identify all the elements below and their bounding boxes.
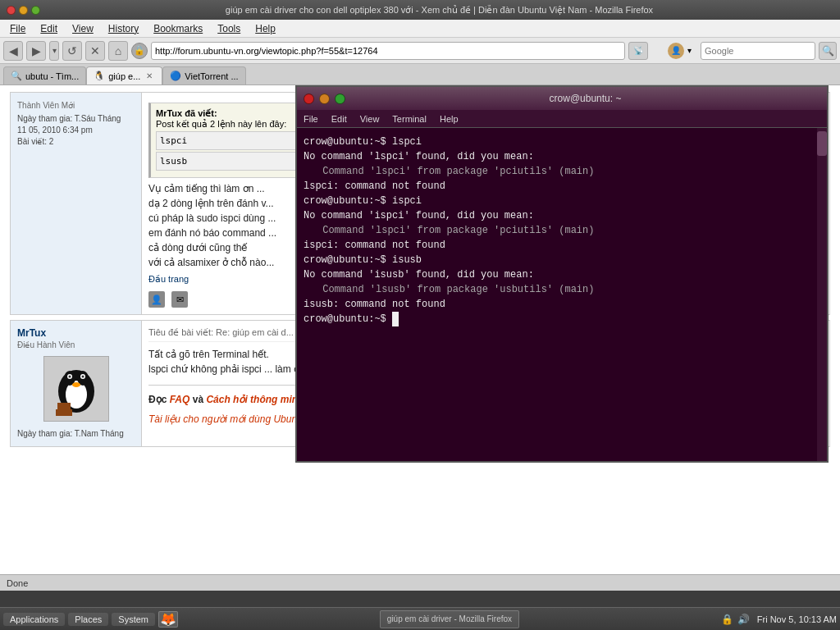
term-menu-view[interactable]: View [360,114,380,124]
doc-link[interactable]: Tài liệu cho người mới dùng Ubuntu [148,413,305,425]
url-bar[interactable] [151,42,625,60]
profile-icon[interactable]: 👤 [668,43,684,59]
author-meta: Ngày tham gia: T.Sáu Tháng 11 05, 2010 6… [17,113,135,148]
faq-and: và [193,394,207,405]
status-bar: Done [0,574,840,591]
author-role: Điều Hành Viên [17,340,135,349]
tab-3[interactable]: 🔵 VietTorrent ... [162,66,245,84]
term-line-12: isusb: command not found [304,297,810,312]
tab-label: VietTorrent ... [185,71,238,81]
post-author-2: MrTux Điều Hành Viên [11,321,142,446]
terminal-window: crow@ubuntu: ~ File Edit View Terminal H… [295,85,829,463]
menu-view[interactable]: View [66,21,100,36]
network-icon[interactable]: 🔒 [721,613,734,626]
window-item-label: giúp em cài driver - Mozilla Firefox [387,614,512,623]
post-author-1: Thành Viên Mới Ngày tham gia: T.Sáu Thán… [11,93,142,314]
term-line-6: No command 'ispci' found, did you mean: [304,208,810,223]
close-button[interactable] [7,6,16,15]
home-button[interactable]: ⌂ [108,41,128,61]
tab-label: giúp e... [108,71,140,81]
forward-dropdown[interactable]: ▾ [49,41,59,61]
author-name: MrTux [17,327,135,339]
avatar-image [48,360,105,418]
tab-label: ubutu - Tìm... [25,71,79,81]
menu-help[interactable]: Help [249,21,282,36]
term-menu-file[interactable]: File [304,114,318,124]
term-line-7: Command 'lspci' from package 'pciutils' … [317,223,810,238]
term-line-5: crow@ubuntu:~$ ispci [304,194,810,208]
window-title: giúp em cài driver cho con dell optiplex… [45,5,833,16]
author-join: Ngày tham gia: T.Nam Tháng [17,428,135,440]
terminal-title: crow@ubuntu: ~ [350,93,820,104]
tab-1[interactable]: 🔍 ubutu - Tìm... [3,66,86,84]
maximize-button[interactable] [31,6,40,15]
term-line-8: ispci: command not found [304,238,810,253]
tab-favicon: 🐧 [94,71,105,81]
places-menu[interactable]: Places [68,613,108,626]
term-line-11: Command 'lsusb' from package 'usbutils' … [317,282,810,297]
terminal-close-button[interactable] [304,94,314,104]
firefox-taskbar-icon[interactable]: 🦊 [158,611,178,628]
mail-icon[interactable]: ✉ [171,291,188,308]
content-intro: Tất cả gõ trên Terminal hết. [148,349,269,360]
user-icon[interactable]: 👤 [148,291,165,308]
security-icon: 🔒 [131,43,148,59]
menu-edit[interactable]: Edit [34,21,64,36]
term-line-2: No command 'lspci' found, did you mean: [304,149,810,164]
terminal-scrollbar[interactable] [817,128,827,461]
stop-button[interactable]: ✕ [85,41,105,61]
tab-favicon: 🔵 [170,71,181,81]
term-line-10: No command 'isusb' found, did you mean: [304,267,810,282]
browser-window: giúp em cài driver cho con dell optiplex… [0,0,840,630]
svg-point-8 [72,382,80,387]
taskbar-window-item[interactable]: giúp em cài driver - Mozilla Firefox [380,610,519,628]
terminal-maximize-button[interactable] [335,94,345,104]
clock: Fri Nov 5, 10:13 AM [757,614,837,624]
smart-questions-link[interactable]: Cách hỏi thông minh [206,394,304,405]
terminal-menubar: File Edit View Terminal Help [297,110,827,128]
firefox-icon: 🦊 [160,611,176,627]
terminal-body[interactable]: crow@ubuntu:~$ lspci No command 'lspci' … [297,128,817,461]
term-line-3: Command 'lspci' from package 'pciutils' … [317,164,810,179]
menu-tools[interactable]: Tools [211,21,247,36]
svg-point-7 [81,376,84,378]
taskbar-left: Applications Places System 🦊 [3,611,178,628]
forward-button[interactable]: ▶ [26,41,46,61]
volume-icon[interactable]: 🔊 [737,613,751,626]
tab-bar: 🔍 ubutu - Tìm... 🐧 giúp e... ✕ 🔵 VietTor… [0,64,840,85]
reload-button[interactable]: ↺ [62,41,82,61]
term-line-4: lspci: command not found [304,179,810,194]
taskbar-right: 🔒 🔊 Fri Nov 5, 10:13 AM [721,613,837,626]
terminal-titlebar: crow@ubuntu: ~ [297,87,827,110]
search-button[interactable]: 🔍 [819,42,837,60]
taskbar-center: giúp em cài driver - Mozilla Firefox [178,610,721,628]
nav-bar: ◀ ▶ ▾ ↺ ✕ ⌂ 🔒 📡 👤 ▾ 🔍 [0,38,840,64]
quote-author: MrTux đã viết: [156,108,217,118]
browser-titlebar: giúp em cài driver cho con dell optiplex… [0,0,840,20]
system-menu[interactable]: System [112,613,155,626]
menu-history[interactable]: History [102,21,145,36]
menu-bar: File Edit View History Bookmarks Tools H… [0,20,840,38]
applications-menu[interactable]: Applications [3,613,65,626]
menu-bookmarks[interactable]: Bookmarks [147,21,209,36]
term-menu-edit[interactable]: Edit [331,114,347,124]
tab-2[interactable]: 🐧 giúp e... ✕ [86,66,162,84]
status-text: Done [7,578,28,588]
faq-read: Đọc [148,394,170,405]
tab-close-button[interactable]: ✕ [144,71,155,82]
author-avatar [43,356,109,422]
profile-dropdown[interactable]: ▾ [687,46,697,55]
svg-point-6 [68,376,71,378]
term-menu-help[interactable]: Help [440,114,459,124]
search-input[interactable] [701,42,815,60]
back-button[interactable]: ◀ [3,41,23,61]
faq-link[interactable]: FAQ [170,394,190,405]
top-link[interactable]: Đầu trang [148,274,189,284]
rss-icon[interactable]: 📡 [628,42,648,60]
taskbar: Applications Places System 🦊 giúp em cài… [0,607,840,630]
term-menu-terminal[interactable]: Terminal [392,114,427,124]
terminal-minimize-button[interactable] [319,94,330,104]
minimize-button[interactable] [19,6,28,15]
quote-text: Post kết quả 2 lệnh này lên đây: [156,119,286,129]
menu-file[interactable]: File [3,21,32,36]
